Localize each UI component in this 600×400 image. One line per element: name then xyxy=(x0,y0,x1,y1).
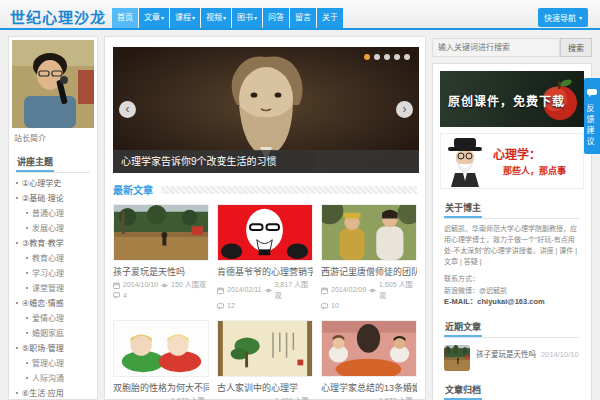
nav-item-label: 视频 xyxy=(206,14,222,22)
post-thumbnail-kids[interactable] xyxy=(113,320,209,377)
quick-nav-button[interactable]: 快速导航 ▾ xyxy=(538,8,588,27)
carousel-caption[interactable]: 心理学家告诉你9个改变生活的习惯 xyxy=(113,150,419,173)
nav-item-label: 留言 xyxy=(295,14,311,22)
post-thumbnail-couple[interactable] xyxy=(321,320,417,377)
post-title[interactable]: 肯德基爷爷的心理营销学 xyxy=(217,265,313,278)
site-logo[interactable]: 世纪心理沙龙 xyxy=(10,6,106,27)
menu-item-14[interactable]: ⑥生活·应用 xyxy=(14,387,92,398)
menu-item-label: 普通心理 xyxy=(32,207,64,218)
post-views: 1,677 人围观 xyxy=(171,396,209,400)
search-input[interactable] xyxy=(432,38,560,57)
nav-item-2[interactable]: 课程▾ xyxy=(170,8,200,28)
post-comments: 4 xyxy=(123,291,127,302)
post-title[interactable]: 心理学家总结的13条婚姻“潜规则” xyxy=(321,381,417,394)
carousel-prev-arrow[interactable]: ‹ xyxy=(119,101,136,118)
chevron-down-icon: ▾ xyxy=(254,15,257,21)
contact-weibo[interactable]: 新浪微博：@迟毓凯 xyxy=(444,285,580,296)
menu-item-label: ①心理学史 xyxy=(22,177,61,188)
post-meta: 2014/02/051,573 人围观9 xyxy=(321,396,417,400)
nav-item-1[interactable]: 文章▾ xyxy=(139,8,169,28)
carousel-dot-1[interactable] xyxy=(364,54,370,60)
about-text: 迟毓凯，华南师范大学心理学院副教授，应用心理学博士，致力于做一个“好玩-有点用处… xyxy=(444,224,580,267)
main-nav: 首页文章▾课程▾视频▾图书▾问答留言关于 xyxy=(112,8,343,28)
nav-item-7[interactable]: 关于 xyxy=(317,8,343,28)
post-card-1: 肯德基爷爷的心理营销学2014/02/113,817 人围观12 xyxy=(217,204,313,312)
post-views: 1,605 人围观 xyxy=(379,280,417,301)
main-content: ‹ › 心理学家告诉你9个改变生活的习惯 最新文章 孩子爱玩是天性吗2014/1… xyxy=(104,36,426,400)
post-card-2: 西游记里唐僧师徒的团队管理心理学2014/02/091,605 人围观10 xyxy=(321,204,417,312)
post-views: 1,573 人围观 xyxy=(379,396,417,400)
bullet xyxy=(16,302,18,304)
menu-item-8[interactable]: ④婚恋·情感 xyxy=(14,297,92,308)
menu-item-9[interactable]: 爱情心理 xyxy=(14,312,92,323)
search-button[interactable]: 搜索 xyxy=(560,38,592,57)
nav-item-3[interactable]: 视频▾ xyxy=(201,8,231,28)
nav-item-4[interactable]: 图书▾ xyxy=(232,8,262,28)
menu-item-1[interactable]: ②基础·理论 xyxy=(14,192,92,203)
post-date: 2014/02/11 xyxy=(227,285,262,296)
nav-item-5[interactable]: 问答 xyxy=(263,8,289,28)
carousel-next-arrow[interactable]: › xyxy=(396,101,413,118)
menu-item-6[interactable]: 学习心理 xyxy=(14,267,92,278)
bullet xyxy=(26,272,28,274)
bullet xyxy=(26,212,28,214)
post-title[interactable]: 双胞胎的性格为何大不同 xyxy=(113,381,209,394)
quick-nav-label: 快速导航 xyxy=(544,12,576,23)
recent-post-thumbnail[interactable] xyxy=(444,345,470,371)
recent-post-date: 2014/10/10 xyxy=(541,350,579,359)
feedback-label: 反馈建议 xyxy=(584,104,595,148)
menu-item-12[interactable]: 管理心理 xyxy=(14,357,92,368)
recent-post-link[interactable]: 孩子爱玩是天性吗 2014/10/10 xyxy=(476,348,579,359)
post-title[interactable]: 孩子爱玩是天性吗 xyxy=(113,265,209,278)
post-title[interactable]: 西游记里唐僧师徒的团队管理心理学 xyxy=(321,265,417,278)
post-grid: 孩子爱玩是天性吗2014/10/10150 人围观4肯德基爷爷的心理营销学201… xyxy=(113,204,417,400)
contact-label: 联系方式： xyxy=(444,273,580,284)
lecturer-photo xyxy=(12,40,94,128)
menu-item-4[interactable]: ③教育·教学 xyxy=(14,237,92,248)
menu-item-5[interactable]: 教育心理 xyxy=(14,252,92,263)
carousel-dot-5[interactable] xyxy=(404,54,410,60)
menu-item-7[interactable]: 课堂管理 xyxy=(14,282,92,293)
carousel-dot-2[interactable] xyxy=(374,54,380,60)
menu-item-3[interactable]: 发展心理 xyxy=(14,222,92,233)
bullet xyxy=(26,227,28,229)
nav-item-label: 图书 xyxy=(237,14,253,22)
post-card-0: 孩子爱玩是天性吗2014/10/10150 人围观4 xyxy=(113,204,209,312)
menu-item-label: 人际沟通 xyxy=(32,372,64,383)
menu-item-10[interactable]: 婚姻家庭 xyxy=(14,327,92,338)
post-card-4: 古人家训中的心理学2014/02/061,409 人围观5 xyxy=(217,320,313,400)
carousel-dots xyxy=(364,54,410,60)
book-banner-line2: 那些人，那点事 xyxy=(493,164,566,177)
bullet xyxy=(26,287,28,289)
post-thumbnail-scroll[interactable] xyxy=(217,320,313,377)
menu-item-label: 学习心理 xyxy=(32,267,64,278)
nav-item-0[interactable]: 首页 xyxy=(112,8,138,28)
post-thumbnail-playground[interactable] xyxy=(113,204,209,261)
menu-item-0[interactable]: ①心理学史 xyxy=(14,177,92,188)
chevron-down-icon: ▾ xyxy=(161,15,164,21)
menu-item-13[interactable]: 人际沟通 xyxy=(14,372,92,383)
bullet xyxy=(26,362,28,364)
bullet xyxy=(16,197,18,199)
post-views: 1,409 人围观 xyxy=(275,396,313,400)
photo-caption: 站长简介 xyxy=(14,132,92,143)
courseware-download-banner[interactable]: 原创课件，免费下载 xyxy=(440,71,584,127)
post-thumbnail-kfc[interactable] xyxy=(217,204,313,261)
speech-bubble-icon xyxy=(587,89,597,97)
recent-widget-title: 近期文章 xyxy=(444,316,580,338)
menu-item-label: 教育心理 xyxy=(32,252,64,263)
post-thumbnail-xiyouji[interactable] xyxy=(321,204,417,261)
post-views: 3,817 人围观 xyxy=(275,280,313,301)
left-sidebar: 站长简介 讲座主题 ①心理学史②基础·理论普通心理发展心理③教育·教学教育心理学… xyxy=(8,36,98,400)
menu-item-2[interactable]: 普通心理 xyxy=(14,207,92,218)
psych-book-banner[interactable]: 心理学： 那些人，那点事 xyxy=(440,133,584,189)
menu-item-label: ④婚恋·情感 xyxy=(22,297,64,308)
feedback-tab[interactable]: 反馈建议 xyxy=(584,78,600,154)
menu-item-11[interactable]: ⑤职场·管理 xyxy=(14,342,92,353)
chevron-down-icon: ▾ xyxy=(223,15,226,21)
post-title[interactable]: 古人家训中的心理学 xyxy=(217,381,313,394)
carousel-dot-3[interactable] xyxy=(384,54,390,60)
carousel-dot-4[interactable] xyxy=(394,54,400,60)
contact-email[interactable]: E-MAIL：chiyukai@163.com xyxy=(444,296,580,308)
nav-item-6[interactable]: 留言 xyxy=(290,8,316,28)
